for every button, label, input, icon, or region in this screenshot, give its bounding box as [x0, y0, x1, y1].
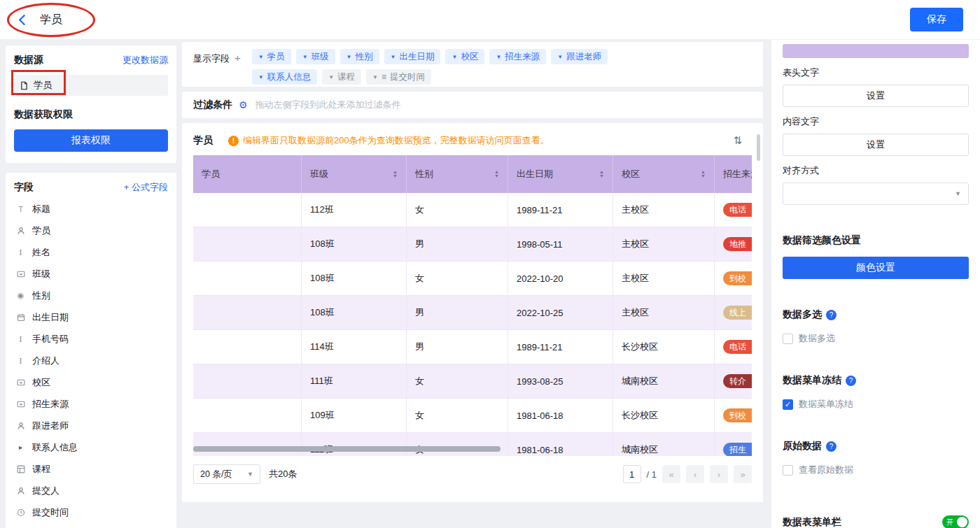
table-cell — [193, 296, 302, 330]
field-item[interactable]: 出生日期 — [14, 306, 168, 328]
menu-freeze-checkbox-row[interactable]: ✓ 数据菜单冻结 — [783, 398, 969, 411]
field-item[interactable]: I介绍人 — [14, 350, 168, 371]
column-header[interactable]: 出生日期▲▼ — [508, 155, 613, 193]
column-header[interactable]: 校区▲▼ — [613, 155, 715, 193]
menu-freeze-checkbox[interactable]: ✓ — [783, 399, 793, 410]
column-header[interactable]: 班级▲▼ — [302, 155, 407, 193]
custom-sort-icon[interactable]: ⇅ — [733, 134, 742, 147]
display-field-chip[interactable]: ▼联系人信息 — [252, 69, 317, 85]
display-field-chip[interactable]: ▼校区 — [445, 49, 484, 64]
raw-data-checkbox-row[interactable]: 查看原始数据 — [783, 464, 969, 476]
display-field-chip[interactable]: ▼课程 — [322, 69, 361, 85]
field-item[interactable]: 班级 — [14, 263, 168, 285]
field-item[interactable]: 跟进老师 — [14, 415, 168, 436]
table-cell: 电话 — [715, 330, 752, 364]
column-header[interactable]: 招生来源 — [715, 155, 752, 193]
display-field-chip[interactable]: ▼性别 — [340, 49, 379, 64]
field-item[interactable]: I姓名 — [14, 241, 168, 263]
table-cell: 男 — [407, 227, 508, 262]
help-icon[interactable]: ? — [846, 376, 856, 386]
content-text-settings-button[interactable]: 设置 — [783, 134, 969, 156]
field-item[interactable]: 提交人 — [14, 480, 168, 501]
table-row[interactable]: 109班女1981-06-18长沙校区到校 — [193, 399, 752, 433]
header-color-swatch[interactable] — [783, 44, 969, 58]
sort-arrows-icon[interactable]: ▲▼ — [393, 170, 398, 179]
table-row[interactable]: 111班女1993-08-25城南校区转介 — [193, 364, 752, 399]
table-row[interactable]: 108班男1998-05-11主校区地推 — [193, 227, 752, 262]
sort-arrows-icon[interactable]: ▲▼ — [494, 170, 499, 179]
field-item[interactable]: I手机号码 — [14, 328, 168, 350]
multi-select-checkbox[interactable] — [783, 334, 793, 344]
select-icon — [15, 270, 26, 278]
sort-arrows-icon[interactable]: ▲▼ — [599, 170, 604, 179]
first-page-button[interactable]: « — [662, 465, 680, 483]
column-header[interactable]: 性别▲▼ — [407, 155, 508, 193]
table-cell — [193, 399, 302, 433]
field-item-label: 介绍人 — [32, 355, 59, 367]
toggle-knob — [957, 517, 967, 527]
field-item[interactable]: ▸联系人信息 — [14, 436, 168, 458]
column-header-label: 校区 — [622, 168, 640, 180]
help-icon[interactable]: ? — [826, 441, 836, 452]
current-page-input[interactable]: 1 — [623, 465, 641, 483]
add-formula-field-link[interactable]: + 公式字段 — [124, 181, 168, 194]
field-item[interactable]: T标题 — [14, 198, 168, 220]
table-header-row: 学员班级▲▼性别▲▼出生日期▲▼校区▲▼招生来源 — [193, 155, 752, 193]
header-text-settings-button[interactable]: 设置 — [783, 85, 969, 107]
help-icon[interactable]: ? — [826, 310, 836, 320]
page-size-select[interactable]: 20 条/页 ▼ — [193, 464, 260, 484]
field-item[interactable]: 校区 — [14, 371, 168, 393]
add-display-field-button[interactable]: + — [234, 52, 241, 64]
warning-icon: ! — [228, 136, 239, 146]
sort-arrows-icon[interactable]: ▲▼ — [701, 170, 706, 179]
field-item[interactable]: 学员 — [14, 220, 168, 241]
back-button[interactable] — [17, 14, 29, 26]
multi-select-checkbox-row[interactable]: 数据多选 — [783, 332, 969, 345]
permission-title: 数据获取权限 — [14, 108, 168, 121]
vertical-scrollbar[interactable] — [757, 134, 760, 161]
table-row[interactable]: 108班男2022-10-25主校区线上 — [193, 296, 752, 330]
table-cell: 转介 — [715, 364, 752, 399]
field-item[interactable]: ◉性别 — [14, 285, 168, 306]
align-select[interactable]: ▼ — [783, 183, 969, 205]
prev-page-button[interactable]: ‹ — [686, 465, 704, 483]
filter-conditions-bar[interactable]: 过滤条件 ⚙ 拖动左侧字段到此处来添加过滤条件 — [182, 92, 763, 118]
filter-settings-gear-icon[interactable]: ⚙ — [239, 99, 248, 110]
report-permission-button[interactable]: 报表权限 — [14, 129, 168, 152]
raw-data-checkbox[interactable] — [783, 465, 793, 476]
left-sidebar: 数据源 更改数据源 学员 数据获取权限 报表权限 字段 + 公式字段 T标题学员… — [6, 45, 176, 528]
menu-freeze-checkbox-label: 数据菜单冻结 — [799, 398, 853, 411]
table-row[interactable]: 114班男1989-11-21长沙校区电话 — [193, 330, 752, 364]
display-field-chip[interactable]: ▼招生来源 — [489, 49, 546, 64]
raw-data-section-title: 原始数据 ? — [783, 440, 969, 452]
field-item[interactable]: 提交时间 — [14, 501, 168, 523]
field-item[interactable]: 招生来源 — [14, 393, 168, 415]
display-fields-label: 显示字段+ — [193, 52, 241, 80]
table-cell: 女 — [407, 433, 508, 456]
datasource-panel: 数据源 更改数据源 学员 数据获取权限 报表权限 — [6, 45, 176, 163]
change-datasource-link[interactable]: 更改数据源 — [122, 54, 168, 66]
last-page-button[interactable]: » — [734, 465, 752, 483]
next-page-button[interactable]: › — [710, 465, 728, 483]
table-row[interactable]: 112班女1989-11-21主校区电话 — [193, 193, 752, 227]
table-cell: 112班 — [302, 193, 407, 227]
column-header[interactable]: 学员 — [193, 155, 302, 193]
display-field-chip[interactable]: ▼出生日期 — [384, 49, 441, 64]
display-field-chip[interactable]: ▼班级 — [296, 49, 335, 64]
filter-conditions-label: 过滤条件 — [193, 99, 232, 111]
display-field-chip[interactable]: ▼≡提交时间 — [366, 69, 431, 85]
horizontal-scrollbar[interactable] — [193, 446, 500, 452]
datasource-item-student[interactable]: 学员 — [14, 75, 168, 96]
field-item[interactable]: 课程 — [14, 458, 168, 480]
fields-title: 字段 — [14, 181, 34, 194]
source-badge: 转介 — [723, 374, 752, 388]
table-menu-bar-toggle[interactable]: 开 — [942, 515, 969, 528]
table-row[interactable]: 111班女1981-06-18城南校区招生 — [193, 433, 752, 456]
table-cell: 长沙校区 — [613, 399, 715, 433]
display-field-chip[interactable]: ▼跟进老师 — [551, 49, 608, 64]
color-settings-button[interactable]: 颜色设置 — [783, 257, 969, 279]
table-row[interactable]: 108班女2022-10-20主校区到校 — [193, 262, 752, 296]
save-button[interactable]: 保存 — [910, 8, 963, 31]
display-field-chip[interactable]: ▼学员 — [252, 49, 291, 64]
page-size-value: 20 条/页 — [200, 469, 232, 480]
